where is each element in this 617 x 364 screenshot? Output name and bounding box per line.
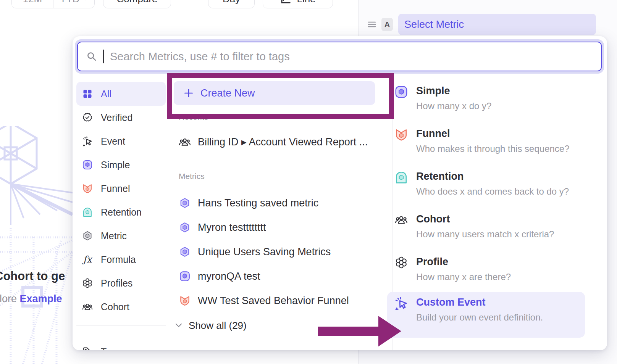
chevron-down-icon (83, 0, 88, 1)
chevron-down-icon (175, 323, 183, 328)
chart-type-line-button[interactable]: Line (263, 0, 333, 8)
series-a-badge: A (381, 18, 393, 31)
formula-icon: ƒx (82, 254, 93, 265)
cohort-people-icon (82, 301, 93, 312)
simple-icon (394, 85, 409, 100)
middle-section-divider (174, 165, 375, 165)
compare-button[interactable]: Compare (103, 0, 171, 8)
funnel-icon (179, 295, 191, 307)
event-cursor-icon (82, 135, 93, 147)
line-chart-icon (280, 0, 291, 5)
metric-list-item[interactable]: Unique Users Saving Metrics (179, 240, 331, 263)
metric-list-item[interactable]: Hans Testing saved metric (179, 192, 318, 214)
tag-icon (82, 346, 93, 350)
background-wireframe-illustration (0, 126, 76, 364)
drag-handle-icon[interactable] (368, 21, 376, 28)
annotation-arrow (318, 315, 401, 347)
sidebar-item-simple[interactable]: Simple (76, 153, 166, 177)
grid-icon (82, 88, 93, 100)
recent-item[interactable]: Billing ID ▸ Account Viewed Report ... (179, 130, 368, 153)
search-icon (86, 51, 97, 62)
search-placeholder: Search Metrics, use # to filter to tags (110, 50, 290, 63)
metric-hexagon-icon (179, 246, 191, 258)
sidebar-item-event[interactable]: Event (76, 129, 166, 153)
annotation-highlight-box (167, 73, 394, 119)
sidebar-item-retention[interactable]: Retention (76, 200, 166, 224)
example-link[interactable]: Example (20, 293, 62, 304)
metric-hexagon-icon (179, 197, 191, 209)
sidebar-item-verified[interactable]: Verified (76, 106, 166, 129)
verified-badge-icon (82, 112, 93, 123)
type-item-retention[interactable]: Retention Who does x and comes back to d… (394, 171, 600, 197)
metric-list-item[interactable]: WW Test Saved Behavior Funnel (179, 289, 349, 312)
sidebar-item-metric[interactable]: Metric (76, 224, 166, 248)
metric-row: A Select Metric (368, 14, 596, 35)
type-item-funnel[interactable]: Funnel Who makes it through this sequenc… (394, 128, 600, 154)
sidebar-item-profiles[interactable]: Profiles (76, 271, 166, 295)
metrics-heading: Metrics (179, 172, 205, 181)
background-headline-fragment: Cohort to ge (0, 269, 65, 283)
search-focus-ring: Search Metrics, use # to filter to tags (75, 39, 604, 74)
type-item-simple[interactable]: Simple How many x do y? (394, 85, 600, 111)
search-input[interactable]: Search Metrics, use # to filter to tags (77, 42, 602, 71)
simple-icon (82, 159, 93, 171)
filter-sidebar: All Verified Event (76, 82, 166, 319)
funnel-icon (394, 128, 409, 142)
background-explore-text: plore Example (0, 293, 62, 305)
retention-icon (394, 171, 409, 185)
sidebar-item-formula[interactable]: ƒx Formula (76, 248, 166, 271)
sidebar-item-all[interactable]: All (76, 82, 166, 106)
app-page: 12M YTD Compare Day Line Cohort to ge pl… (0, 0, 617, 364)
profiles-flower-icon (82, 277, 93, 289)
recent-item-label: Billing ID ▸ Account Viewed Report ... (198, 136, 368, 148)
type-item-custom-event[interactable]: Custom Event Build your own event defini… (394, 296, 600, 323)
sidebar-section-divider (76, 325, 166, 326)
range-ytd-button[interactable]: YTD (53, 0, 94, 8)
select-metric-button[interactable]: Select Metric (398, 14, 596, 35)
funnel-icon (82, 183, 93, 194)
simple-icon (179, 270, 191, 282)
type-item-profile[interactable]: Profile How many x are there? (394, 256, 600, 282)
show-all-toggle[interactable]: Show all (29) (175, 316, 247, 335)
cohort-people-icon (394, 213, 409, 228)
cohort-people-icon (179, 136, 191, 148)
date-range-segmented-control[interactable]: 12M YTD (11, 0, 95, 8)
metric-hexagon-icon (82, 230, 93, 242)
retention-icon (82, 206, 93, 218)
sidebar-item-tags-partial[interactable]: T (76, 340, 166, 350)
metric-list-item[interactable]: myronQA test (179, 265, 260, 288)
sidebar-item-funnel[interactable]: Funnel (76, 177, 166, 200)
range-12m-button[interactable]: 12M (12, 0, 53, 8)
type-item-cohort[interactable]: Cohort How many users match x criteria? (394, 213, 600, 240)
granularity-day-button[interactable]: Day (208, 0, 255, 8)
sidebar-item-cohort[interactable]: Cohort (76, 295, 166, 319)
text-caret (103, 50, 104, 63)
custom-event-icon (394, 296, 409, 311)
metric-list-item[interactable]: Myron testttttttt (179, 216, 266, 239)
metric-hexagon-icon (179, 221, 191, 234)
profiles-flower-icon (394, 256, 409, 271)
